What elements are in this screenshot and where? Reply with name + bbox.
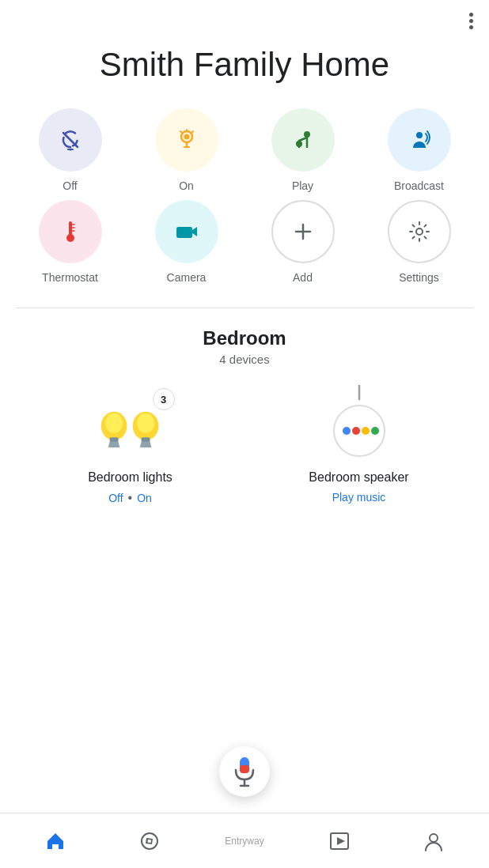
broadcast-label: Broadcast bbox=[394, 179, 444, 192]
nav-explore[interactable] bbox=[126, 830, 173, 852]
nav-home[interactable] bbox=[32, 830, 79, 852]
svg-rect-21 bbox=[176, 227, 192, 238]
status-separator: • bbox=[128, 491, 133, 505]
camera-icon bbox=[173, 218, 200, 245]
action-thermostat[interactable]: Thermostat bbox=[16, 200, 124, 284]
action-play[interactable]: Play bbox=[248, 108, 357, 192]
broadcast-circle bbox=[388, 108, 451, 172]
bedroom-speaker-status: Play music bbox=[332, 491, 386, 504]
svg-point-28 bbox=[105, 413, 123, 433]
camera-circle bbox=[155, 200, 218, 263]
bedroom-speaker-icon-wrap bbox=[312, 385, 407, 464]
svg-point-37 bbox=[352, 427, 360, 435]
svg-rect-16 bbox=[69, 221, 72, 236]
svg-point-9 bbox=[184, 134, 189, 140]
svg-point-32 bbox=[137, 413, 154, 433]
bedroom-lights-icon-wrap: 3 bbox=[83, 385, 178, 464]
svg-point-36 bbox=[343, 427, 351, 435]
add-icon bbox=[290, 218, 317, 245]
voice-button-wrap bbox=[219, 746, 270, 797]
nav-entryway[interactable]: Entryway bbox=[221, 836, 268, 847]
action-camera[interactable]: Camera bbox=[132, 200, 241, 284]
bedroom-speaker-name: Bedroom speaker bbox=[309, 470, 408, 485]
svg-point-38 bbox=[362, 427, 370, 435]
bedroom-lights-badge: 3 bbox=[153, 388, 175, 410]
bedroom-lights-name: Bedroom lights bbox=[88, 470, 172, 485]
action-settings[interactable]: Settings bbox=[365, 200, 473, 284]
thermostat-label: Thermostat bbox=[42, 271, 98, 284]
media-icon bbox=[328, 830, 351, 852]
bedroom-speaker-card[interactable]: Bedroom speaker Play music bbox=[252, 385, 465, 505]
svg-point-50 bbox=[430, 834, 438, 842]
settings-circle bbox=[388, 200, 451, 263]
room-section: Bedroom 4 devices bbox=[0, 327, 489, 505]
on-label: On bbox=[179, 179, 194, 192]
status-off[interactable]: Off bbox=[108, 492, 123, 504]
off-icon bbox=[57, 126, 84, 153]
home-title: Smith Family Home bbox=[0, 29, 489, 108]
svg-line-12 bbox=[299, 138, 307, 141]
settings-icon bbox=[406, 218, 433, 245]
svg-marker-47 bbox=[148, 840, 152, 843]
play-label: Play bbox=[292, 179, 313, 192]
on-circle bbox=[155, 108, 218, 172]
nav-media[interactable] bbox=[316, 830, 363, 852]
play-icon bbox=[290, 126, 317, 153]
room-title: Bedroom bbox=[16, 327, 473, 349]
on-icon bbox=[173, 126, 200, 153]
bedroom-lights-card[interactable]: 3 Bedroom lights Off • On bbox=[24, 385, 237, 505]
home-icon bbox=[44, 830, 66, 852]
more-options-button[interactable] bbox=[469, 13, 473, 29]
svg-point-39 bbox=[371, 427, 379, 435]
bottom-navigation: Entryway bbox=[0, 813, 489, 868]
quick-actions-grid: Off On bbox=[0, 108, 489, 300]
explore-icon bbox=[138, 830, 161, 852]
speaker-action[interactable]: Play music bbox=[332, 491, 386, 504]
svg-point-15 bbox=[416, 132, 423, 138]
svg-point-17 bbox=[66, 234, 74, 242]
svg-rect-29 bbox=[109, 438, 118, 442]
add-label: Add bbox=[293, 271, 313, 284]
svg-marker-49 bbox=[337, 837, 345, 845]
bedroom-lights-status: Off • On bbox=[108, 491, 152, 505]
svg-marker-22 bbox=[192, 227, 197, 236]
header bbox=[0, 0, 489, 29]
section-divider bbox=[16, 308, 473, 308]
thermostat-icon bbox=[57, 218, 84, 245]
voice-button[interactable] bbox=[219, 746, 270, 797]
status-on[interactable]: On bbox=[137, 492, 152, 504]
action-on[interactable]: On bbox=[132, 108, 241, 192]
off-circle bbox=[39, 108, 102, 172]
person-icon bbox=[423, 830, 445, 852]
thermostat-circle bbox=[39, 200, 102, 263]
action-add[interactable]: Add bbox=[248, 200, 357, 284]
play-circle bbox=[271, 108, 335, 172]
broadcast-icon bbox=[405, 126, 434, 154]
svg-point-25 bbox=[416, 228, 423, 235]
add-circle bbox=[271, 200, 335, 263]
nav-profile[interactable] bbox=[410, 830, 457, 852]
device-cards: 3 Bedroom lights Off • On bbox=[16, 385, 473, 505]
entryway-label: Entryway bbox=[225, 836, 263, 847]
svg-rect-33 bbox=[141, 438, 150, 442]
settings-label: Settings bbox=[399, 271, 439, 284]
off-label: Off bbox=[63, 179, 77, 192]
svg-rect-42 bbox=[240, 765, 249, 773]
room-device-count: 4 devices bbox=[16, 353, 473, 366]
microphone-icon bbox=[233, 756, 256, 787]
action-off[interactable]: Off bbox=[16, 108, 124, 192]
svg-line-8 bbox=[191, 131, 193, 133]
svg-line-7 bbox=[180, 131, 182, 133]
action-broadcast[interactable]: Broadcast bbox=[365, 108, 473, 192]
camera-label: Camera bbox=[167, 271, 207, 284]
bedroom-speaker-icon bbox=[320, 385, 399, 464]
